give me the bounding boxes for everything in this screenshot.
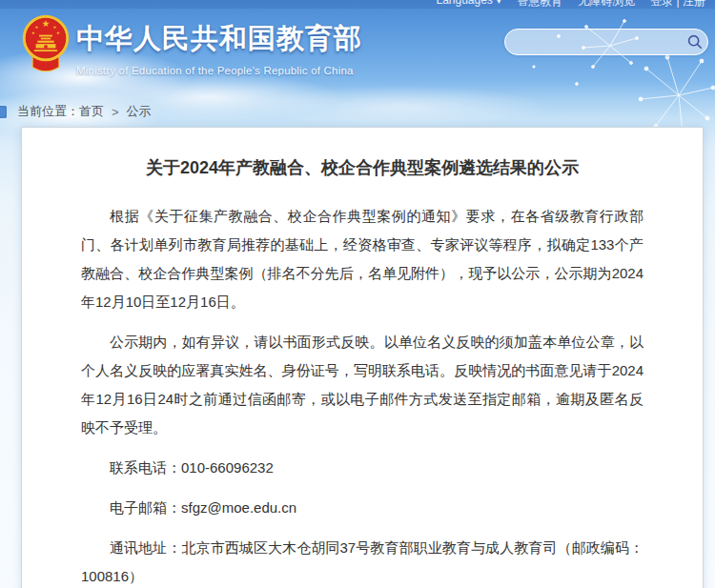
search-icon[interactable]	[686, 33, 704, 51]
search-input[interactable]	[519, 32, 686, 51]
breadcrumb-current-link[interactable]: 公示	[127, 103, 152, 120]
location-icon	[0, 106, 7, 118]
site-header: 中华人民共和国教育部 Ministry of Education of the …	[76, 20, 362, 76]
phone-value: 010-66096232	[181, 459, 274, 476]
email-label: 电子邮箱：	[110, 499, 181, 516]
login-register-link[interactable]: 登录 | 注册	[650, 0, 705, 10]
site-title: 中华人民共和国教育部	[76, 20, 362, 58]
contact-email-line: 电子邮箱：sfgz@moe.edu.cn	[81, 494, 644, 522]
phone-label: 联系电话：	[110, 459, 181, 476]
breadcrumb: 当前位置： 首页 > 公示	[0, 103, 152, 120]
svg-text:★: ★	[35, 25, 39, 30]
paragraph-objection: 公示期内，如有异议，请以书面形式反映。以单位名义反映的须加盖本单位公章，以个人名…	[81, 328, 644, 442]
email-value: sfgz@moe.edu.cn	[181, 499, 296, 516]
breadcrumb-separator: >	[112, 105, 119, 119]
svg-text:★: ★	[56, 30, 60, 35]
svg-text:★: ★	[53, 25, 57, 30]
svg-text:★: ★	[42, 18, 51, 29]
page-title: 关于2024年产教融合、校企合作典型案例遴选结果的公示	[81, 156, 644, 179]
accessibility-link[interactable]: 无障碍浏览	[578, 0, 635, 10]
contact-phone-line: 联系电话：010-66096232	[81, 454, 644, 482]
smart-education-link[interactable]: 智慧教育	[517, 0, 562, 10]
content-card: 关于2024年产教融合、校企合作典型案例遴选结果的公示 根据《关于征集产教融合、…	[21, 127, 704, 588]
search-box[interactable]	[504, 29, 708, 55]
article-body: 根据《关于征集产教融合、校企合作典型案例的通知》要求，在各省级教育行政部门、各计…	[81, 202, 644, 588]
address-label: 通讯地址：	[110, 539, 181, 556]
svg-text:★: ★	[31, 30, 35, 35]
national-emblem: ★ ★ ★ ★ ★	[21, 12, 71, 77]
contact-address-line: 通讯地址：北京市西城区大木仓胡同37号教育部职业教育与成人教育司（邮政编码：10…	[81, 534, 644, 588]
languages-menu[interactable]: Languages ▾	[436, 0, 501, 10]
paragraph-intro: 根据《关于征集产教融合、校企合作典型案例的通知》要求，在各省级教育行政部门、各计…	[81, 202, 644, 316]
cloud-decoration	[248, 86, 553, 128]
top-links: Languages ▾ 智慧教育 无障碍浏览 登录 | 注册	[436, 0, 705, 10]
site-subtitle: Ministry of Education of the People's Re…	[76, 65, 362, 76]
breadcrumb-label: 当前位置：	[17, 103, 79, 120]
breadcrumb-home-link[interactable]: 首页	[79, 103, 104, 120]
